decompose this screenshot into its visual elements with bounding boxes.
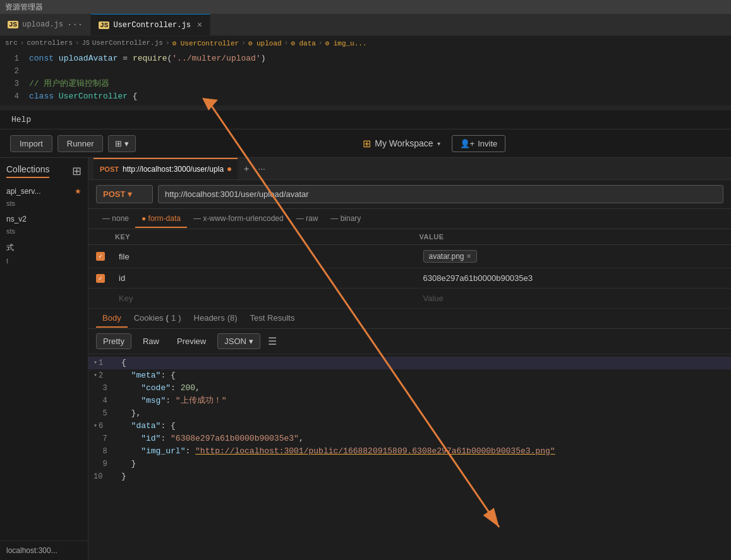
resp-tab-testresults[interactable]: Test Results xyxy=(244,309,301,328)
js-file-icon-2: JS xyxy=(99,21,109,29)
postman-sidebar: Collections ⊞ api_serv... ★ sts ns_v2 xyxy=(0,158,88,560)
menu-help[interactable]: Help xyxy=(8,114,35,126)
request-tab-url: http://localhost:3000/user/upla xyxy=(123,165,224,174)
workspace-grid-icon: ⊞ xyxy=(363,138,371,150)
param-tab-urlencoded[interactable]: — x-www-form-urlencoded xyxy=(187,210,290,228)
sidebar-header: Collections ⊞ xyxy=(0,158,88,178)
invite-label: Invite xyxy=(478,139,497,148)
workspace-selector[interactable]: ⊞ My Workspace ▾ xyxy=(356,134,446,153)
json-line-4: 4 "msg": "上传成功！" xyxy=(88,395,731,407)
param-tab-raw[interactable]: — raw xyxy=(290,210,325,228)
json-line-2: ▾ 2 "meta": { xyxy=(88,369,731,382)
sidebar-collections-title: Collections xyxy=(6,164,49,178)
workspace-label: My Workspace xyxy=(375,138,433,148)
js-file-icon: JS xyxy=(8,21,18,28)
breadcrumb-filename[interactable]: UserController.js xyxy=(92,39,163,47)
response-tabs: Body Cookies (1) Headers (8) Test Result… xyxy=(88,309,731,329)
json-fold-2[interactable]: ▾ xyxy=(94,369,97,382)
row-1-key[interactable]: id xyxy=(115,271,420,285)
breadcrumb-data[interactable]: ⚙ data xyxy=(291,39,316,47)
resp-tab-cookies[interactable]: Cookies (1) xyxy=(128,309,188,328)
format-select[interactable]: JSON ▾ xyxy=(217,333,260,349)
method-caret-icon: ▾ xyxy=(128,189,132,199)
method-select[interactable]: POST ▾ xyxy=(96,185,153,203)
json-line-1: ▾ 1 { xyxy=(88,357,731,369)
file-badge-name: avatar.png xyxy=(429,252,464,261)
capture-caret: ▾ xyxy=(124,139,129,148)
breadcrumb-class[interactable]: ⚙ UserController xyxy=(172,39,239,47)
params-tabs: — none ● form-data — x-www-form-urlencod… xyxy=(88,209,731,229)
table-row-0: ✓ file avatar.png × xyxy=(88,245,731,268)
preview-button[interactable]: Preview xyxy=(171,334,212,349)
form-data-table: KEY VALUE ✓ file avatar.png × xyxy=(88,229,731,309)
breadcrumb-method[interactable]: ⚙ upload xyxy=(248,39,282,47)
json-fold-1[interactable]: ▾ xyxy=(94,357,97,369)
param-tab-formdata[interactable]: ● form-data xyxy=(135,210,187,228)
request-method-badge: POST xyxy=(100,165,119,173)
param-tab-binary[interactable]: — binary xyxy=(324,210,367,228)
code-line-1: 1 const uploadAvatar = require('../multe… xyxy=(0,52,731,65)
sidebar-item-label-2: 式 xyxy=(6,242,14,253)
runner-button[interactable]: Runner xyxy=(57,135,104,152)
format-label: JSON xyxy=(224,337,246,346)
json-line-5: 5 }, xyxy=(88,407,731,420)
more-tabs-button[interactable]: ··· xyxy=(255,162,268,175)
row-1-value-text: 6308e297a61b0000b90035e3 xyxy=(423,273,533,283)
row-1-checkbox[interactable]: ✓ xyxy=(96,274,105,283)
sidebar-item-1[interactable]: ns_v2 xyxy=(0,211,88,227)
table-header: KEY VALUE xyxy=(88,229,731,245)
resp-tab-body[interactable]: Body xyxy=(96,309,128,328)
row-0-value: avatar.png × xyxy=(420,247,724,265)
capture-button[interactable]: ⊞ ▾ xyxy=(108,135,136,152)
raw-button[interactable]: Raw xyxy=(136,334,166,349)
import-button[interactable]: Import xyxy=(10,135,52,152)
response-toolbar: Pretty Raw Preview JSON ▾ ☰ xyxy=(88,329,731,354)
postman-main: Collections ⊞ api_serv... ★ sts ns_v2 xyxy=(0,158,731,560)
resp-tab-headers-label: Headers xyxy=(194,313,225,323)
breadcrumb-imgurl[interactable]: ⚙ img_u... xyxy=(325,39,366,47)
pretty-button[interactable]: Pretty xyxy=(96,333,131,349)
row-0-key[interactable]: file xyxy=(115,249,420,264)
vscode-tab-upload[interactable]: JS upload.js ··· xyxy=(0,14,91,35)
sidebar-bottom-server[interactable]: localhost:300... xyxy=(0,540,88,560)
vscode-title-label: 资源管理器 xyxy=(5,2,43,13)
resp-tab-cookies-label: Cookies xyxy=(134,313,164,323)
sidebar-add-collection-button[interactable]: ⊞ xyxy=(72,164,82,178)
row-2-value-placeholder[interactable]: Value xyxy=(420,291,724,306)
wrap-text-button[interactable]: ☰ xyxy=(265,333,279,350)
postman-area: Help Import Runner ⊞ ▾ ⊞ My Workspace ▾ … xyxy=(0,110,731,560)
format-caret-icon: ▾ xyxy=(249,337,253,346)
invite-button[interactable]: 👤+ Invite xyxy=(452,135,506,152)
vscode-tab-usercontroller[interactable]: JS UserController.js × xyxy=(91,14,210,35)
tab-label-upload: upload.js xyxy=(22,20,63,29)
row-2-key-placeholder[interactable]: Key xyxy=(115,291,420,306)
invite-person-icon: 👤+ xyxy=(460,139,475,148)
file-badge-remove[interactable]: × xyxy=(467,252,471,261)
table-row-2: Key Value xyxy=(88,289,731,309)
json-fold-6[interactable]: ▾ xyxy=(94,420,97,432)
url-input[interactable] xyxy=(158,185,723,203)
tab-close-usercontroller[interactable]: × xyxy=(197,20,202,30)
sidebar-item-0[interactable]: api_serv... ★ xyxy=(0,183,88,200)
resp-tab-headers[interactable]: Headers (8) xyxy=(188,309,244,328)
add-request-tab-button[interactable]: + xyxy=(241,162,251,175)
sidebar-star-icon-0[interactable]: ★ xyxy=(75,187,82,196)
request-tab-active[interactable]: POST http://localhost:3000/user/upla xyxy=(94,158,238,179)
resp-cookies-num: 1 xyxy=(171,313,176,323)
sidebar-subtext-2: t xyxy=(0,257,88,268)
sidebar-item-name-0: api_serv... xyxy=(6,187,40,196)
json-line-8: 8 "img_url": "http://localhost:3001/publ… xyxy=(88,445,731,458)
json-line-6: ▾ 6 "data": { xyxy=(88,420,731,432)
breadcrumb-controllers[interactable]: controllers xyxy=(27,39,73,47)
json-response-viewer: ▾ 1 { ▾ 2 "meta": { xyxy=(88,354,731,560)
sidebar-item-2[interactable]: 式 xyxy=(0,239,88,257)
breadcrumb-src[interactable]: src xyxy=(5,39,18,47)
vscode-tab-bar: JS upload.js ··· JS UserController.js × xyxy=(0,14,731,36)
param-tab-none[interactable]: — none xyxy=(96,210,135,228)
sidebar-item-name-1: ns_v2 xyxy=(6,215,27,223)
row-0-checkbox[interactable]: ✓ xyxy=(96,252,105,261)
workspace-caret-icon: ▾ xyxy=(437,140,440,147)
tab-label-usercontroller: UserController.js xyxy=(113,21,190,30)
tab-dots-upload[interactable]: ··· xyxy=(67,20,83,30)
row-1-value[interactable]: 6308e297a61b0000b90035e3 xyxy=(420,271,724,285)
